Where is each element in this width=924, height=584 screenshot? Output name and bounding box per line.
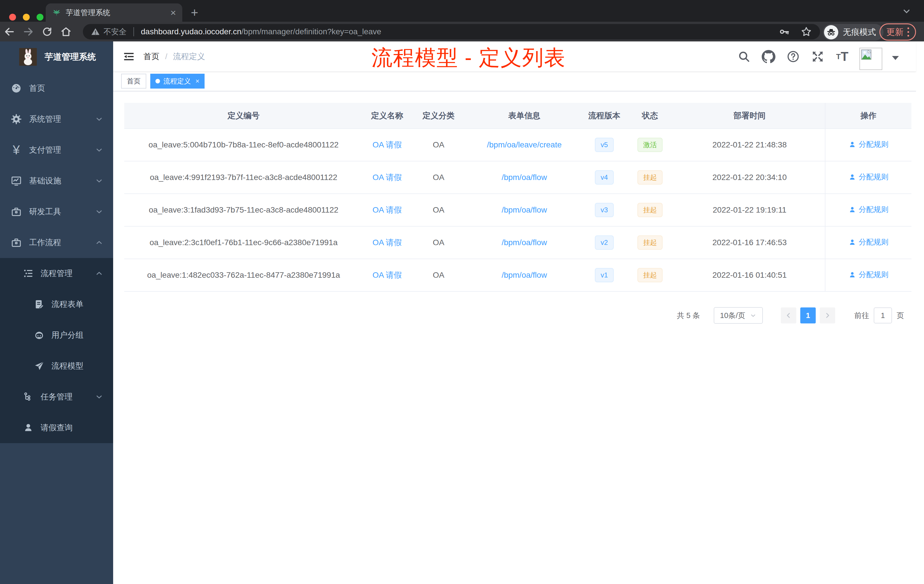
definition-category: OA	[433, 173, 444, 182]
table-body: oa_leave:5:004b710b-7b8a-11ec-8ef0-acde4…	[124, 129, 911, 292]
home-button[interactable]	[56, 26, 76, 38]
page-scrollbar-gutter[interactable]	[916, 41, 924, 584]
tags-view-bar: 首页 流程定义 ×	[113, 71, 916, 91]
reload-button[interactable]	[38, 26, 56, 37]
url-bar[interactable]: 不安全 dashboard.yudao.iocoder.cn/bpm/manag…	[83, 24, 820, 40]
url-text[interactable]: dashboard.yudao.iocoder.cn/bpm/manager/d…	[141, 27, 381, 36]
sidebar-item-label: 流程模型	[51, 361, 83, 371]
user-avatar[interactable]	[860, 48, 882, 70]
toolbox-icon	[10, 206, 22, 218]
page-size-select[interactable]: 10条/页	[714, 307, 763, 324]
search-icon[interactable]	[737, 49, 751, 64]
minimize-window-button[interactable]	[23, 14, 30, 21]
tab-close-icon[interactable]: ×	[170, 8, 176, 17]
current-page-button[interactable]: 1	[800, 307, 816, 323]
sidebar-item-devtools[interactable]: 研发工具	[0, 196, 113, 227]
security-warning-icon[interactable]	[91, 27, 100, 36]
table-row: oa_leave:5:004b710b-7b8a-11ec-8ef0-acde4…	[124, 129, 911, 161]
form-info-link[interactable]: /bpm/oa/flow	[502, 238, 547, 247]
definition-id: oa_leave:3:1fad3d93-7b75-11ec-a3c8-acde4…	[149, 205, 338, 214]
table-row: oa_leave:3:1fad3d93-7b75-11ec-a3c8-acde4…	[124, 194, 911, 226]
sidebar-logo[interactable]: 芋道管理系统	[0, 41, 113, 72]
chevron-down-icon	[95, 208, 104, 216]
next-page-button[interactable]	[820, 307, 835, 323]
assign-rule-link[interactable]: 分配规则	[848, 270, 889, 280]
bookmark-star-icon[interactable]	[800, 26, 812, 38]
col-definition-name: 定义名称	[363, 103, 411, 129]
back-button[interactable]	[0, 26, 19, 38]
definition-name-link[interactable]: OA 请假	[373, 238, 402, 247]
prev-page-button[interactable]	[781, 307, 796, 323]
github-icon[interactable]	[761, 49, 776, 64]
forward-button[interactable]	[19, 26, 38, 38]
person-icon	[848, 141, 856, 148]
app-window: 芋道管理系统 首页	[0, 41, 924, 584]
font-size-icon[interactable]: TT	[835, 49, 850, 64]
assign-rule-link[interactable]: 分配规则	[848, 205, 889, 214]
version-badge: v1	[595, 268, 614, 282]
sidebar-item-home[interactable]: 首页	[0, 73, 113, 104]
paper-plane-icon	[33, 360, 45, 372]
definition-category: OA	[433, 205, 444, 214]
sidebar-item-payment[interactable]: ¥ 支付管理	[0, 135, 113, 165]
form-info-link[interactable]: /bpm/oa/leave/create	[487, 140, 562, 149]
assign-rule-link[interactable]: 分配规则	[848, 172, 889, 182]
table-row: oa_leave:1:482ec033-762a-11ec-8477-a2380…	[124, 259, 911, 292]
browser-update-button[interactable]: 更新	[879, 23, 916, 41]
definition-name-link[interactable]: OA 请假	[373, 173, 402, 182]
breadcrumb-home-link[interactable]: 首页	[144, 51, 159, 62]
security-label[interactable]: 不安全	[104, 26, 127, 37]
sidebar-fold-icon[interactable]	[123, 51, 135, 63]
tag-home[interactable]: 首页	[121, 74, 146, 89]
sidebar-item-infra[interactable]: 基础设施	[0, 165, 113, 196]
sidebar-item-task-mgmt[interactable]: 任务管理	[0, 381, 113, 412]
deploy-time: 2022-01-16 17:46:53	[713, 238, 787, 247]
definition-name-link[interactable]: OA 请假	[373, 205, 402, 214]
help-question-icon[interactable]	[786, 49, 800, 64]
org-tree-icon	[22, 391, 34, 403]
password-key-icon[interactable]	[779, 26, 790, 37]
window-controls[interactable]	[9, 14, 43, 21]
form-info-link[interactable]: /bpm/oa/flow	[502, 205, 547, 214]
form-info-link[interactable]: /bpm/oa/flow	[502, 271, 547, 279]
definition-table: 定义编号 定义名称 定义分类 表单信息 流程版本 状态 部署时间 操作 oa_l…	[124, 103, 911, 292]
sidebar-item-leave-query[interactable]: 请假查询	[0, 412, 113, 443]
url-domain: dashboard.yudao.iocoder.cn	[141, 27, 241, 36]
fullscreen-icon[interactable]	[810, 49, 825, 64]
col-process-version: 流程版本	[583, 103, 626, 129]
avatar-caret-icon[interactable]	[892, 56, 899, 60]
definition-name-link[interactable]: OA 请假	[373, 271, 402, 279]
tag-close-icon[interactable]: ×	[195, 78, 200, 84]
sidebar-item-workflow[interactable]: 工作流程	[0, 227, 113, 258]
sidebar-item-label: 首页	[29, 83, 45, 94]
assign-rule-link[interactable]: 分配规则	[848, 237, 889, 247]
sidebar-item-process-form[interactable]: 流程表单	[0, 289, 113, 320]
logo-rabbit-avatar	[19, 48, 37, 66]
sidebar-item-label: 用户分组	[51, 330, 83, 341]
sidebar-item-label: 研发工具	[29, 206, 61, 217]
sidebar-item-process-model[interactable]: 流程模型	[0, 351, 113, 381]
close-window-button[interactable]	[9, 14, 16, 21]
deploy-time: 2022-01-22 19:19:11	[713, 205, 787, 214]
assign-rule-link[interactable]: 分配规则	[848, 139, 889, 149]
tab-search-chevron-icon[interactable]	[902, 6, 911, 16]
zoom-window-button[interactable]	[36, 14, 43, 21]
browser-menu-icon[interactable]	[908, 27, 909, 36]
form-info-link[interactable]: /bpm/oa/flow	[502, 173, 547, 182]
definition-name-link[interactable]: OA 请假	[373, 140, 402, 149]
broken-image-icon	[861, 49, 872, 60]
sidebar-item-system[interactable]: 系统管理	[0, 104, 113, 135]
tag-active-dot	[155, 79, 160, 83]
version-badge: v4	[595, 170, 614, 185]
page-number-input[interactable]	[874, 307, 892, 323]
sidebar-item-process-mgmt[interactable]: 流程管理	[0, 258, 113, 289]
status-badge: 挂起	[637, 170, 663, 185]
browser-tab[interactable]: 芋道管理系统 ×	[46, 3, 182, 22]
tag-process-definition[interactable]: 流程定义 ×	[150, 74, 205, 89]
new-tab-button[interactable]: +	[191, 5, 198, 20]
breadcrumb-separator: /	[165, 52, 167, 61]
sidebar-item-user-group[interactable]: 用户分组	[0, 320, 113, 351]
deploy-time: 2022-01-22 20:34:10	[713, 173, 787, 182]
red-annotation-text: 流程模型 - 定义列表	[371, 44, 566, 72]
breadcrumb: 首页 / 流程定义	[144, 51, 205, 62]
